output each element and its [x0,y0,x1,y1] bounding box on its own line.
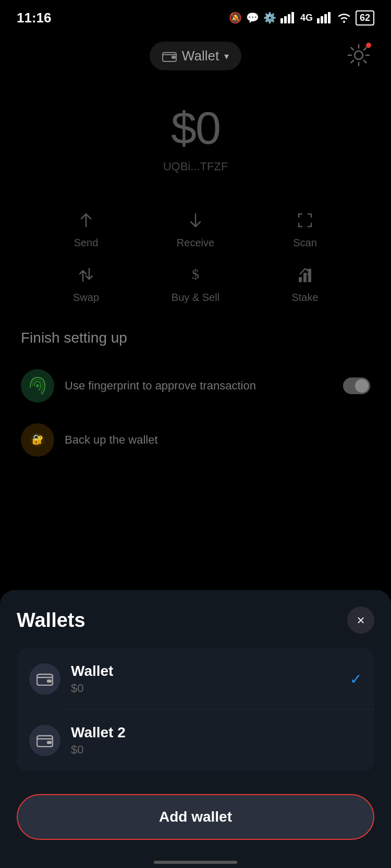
receive-icon [185,210,206,231]
chevron-down-icon: ▾ [224,51,229,62]
add-wallet-label: Add wallet [159,809,232,825]
svg-rect-18 [303,273,307,282]
svg-rect-6 [324,14,327,23]
stake-label: Stake [291,292,318,304]
svg-rect-24 [47,680,52,683]
network-type-label: 4G [300,12,313,23]
buy-sell-icon: $ [185,265,206,285]
settings-notification-dot [366,43,371,48]
modal-title: Wallets [17,609,85,632]
svg-rect-3 [291,12,294,23]
status-time: 11:16 [17,10,52,26]
message-icon: 💬 [246,11,259,24]
receive-label: Receive [177,237,214,249]
svg-rect-26 [47,741,52,744]
header: Wallet ▾ [0,36,391,76]
send-label: Send [74,237,99,249]
svg-rect-4 [317,18,320,23]
svg-text:$: $ [192,266,199,282]
wallet-address: UQBi...TFZF [0,160,391,173]
battery-icon: 62 [356,10,374,26]
svg-rect-2 [288,14,290,23]
scan-button[interactable]: Scan [250,210,360,249]
svg-rect-5 [321,16,323,23]
scan-icon [295,210,315,231]
modal-header: Wallets × [17,607,374,634]
receive-button[interactable]: Receive [141,210,250,249]
wallet-1-info: Wallet $0 [71,663,339,695]
svg-rect-0 [280,18,283,23]
svg-rect-7 [328,12,331,23]
svg-point-20 [36,384,39,387]
finish-setting-up-section: Finish setting up Use fingerprint to app… [0,324,391,477]
wallet-list-item[interactable]: Wallet $0 ✓ [17,648,374,710]
fingerprint-toggle[interactable] [343,378,370,394]
stake-icon [295,265,315,285]
wallet-1-selected-check: ✓ [350,671,362,688]
balance-amount: $0 [0,102,391,155]
wallet-1-balance: $0 [71,682,339,695]
wallet-selector[interactable]: Wallet ▾ [150,42,241,70]
send-icon [76,210,96,231]
close-icon: × [357,612,364,628]
wallet-header-icon [162,51,177,62]
wallet-2-balance: $0 [71,743,362,757]
wallet-list-item[interactable]: Wallet 2 $0 [17,710,374,771]
svg-point-11 [355,51,363,59]
wallet-list: Wallet $0 ✓ Wallet 2 $0 [17,648,374,771]
stake-button[interactable]: Stake [250,265,360,304]
swap-icon [76,265,96,285]
fingerprint-icon [21,369,54,402]
balance-section: $0 UQBi...TFZF [0,76,391,189]
wallet-1-name: Wallet [71,663,339,680]
backup-setup-text: Back up the wallet [65,432,370,448]
swap-label: Swap [73,292,99,304]
wifi-icon [337,12,351,23]
svg-point-8 [343,21,345,23]
swap-button[interactable]: Swap [31,265,141,304]
fingerprint-setup-item[interactable]: Use fingerprint to approve transaction [21,359,370,413]
wallet-2-name: Wallet 2 [71,724,362,741]
wallet-selector-label: Wallet [182,48,219,64]
backup-icon: 🔐 [21,423,54,457]
backup-setup-item[interactable]: 🔐 Back up the wallet [21,413,370,467]
scan-label: Scan [293,237,317,249]
wallet-2-avatar [29,725,60,756]
signal-icon [280,12,296,23]
buy-sell-button[interactable]: $ Buy & Sell [141,265,250,304]
wallets-modal: Wallets × Wallet $0 ✓ [0,590,391,868]
svg-text:🔐: 🔐 [32,434,44,445]
wallet-2-info: Wallet 2 $0 [71,724,362,757]
wallet-1-avatar [29,663,60,695]
status-bar: 11:16 🔕 💬 ⚙️ 4G [0,0,391,31]
battery-container: 62 [356,10,374,26]
finish-setting-up-title: Finish setting up [21,330,370,346]
add-wallet-container: Add wallet [17,786,374,852]
status-icons: 🔕 💬 ⚙️ 4G 62 [229,10,374,26]
system-settings-icon: ⚙️ [263,11,276,24]
modal-close-button[interactable]: × [347,607,374,634]
svg-rect-1 [284,16,287,23]
actions-grid: Send Receive Scan Swap $ Buy [0,189,391,324]
svg-rect-10 [172,56,176,59]
buy-sell-label: Buy & Sell [172,292,219,304]
notification-muted-icon: 🔕 [229,11,242,24]
home-indicator [154,861,237,864]
send-button[interactable]: Send [31,210,141,249]
svg-rect-17 [299,277,302,282]
settings-button[interactable] [347,44,370,68]
add-wallet-button[interactable]: Add wallet [17,794,374,840]
fingerprint-setup-text: Use fingerprint to approve transaction [65,378,333,394]
signal-4g-icon [317,12,333,23]
